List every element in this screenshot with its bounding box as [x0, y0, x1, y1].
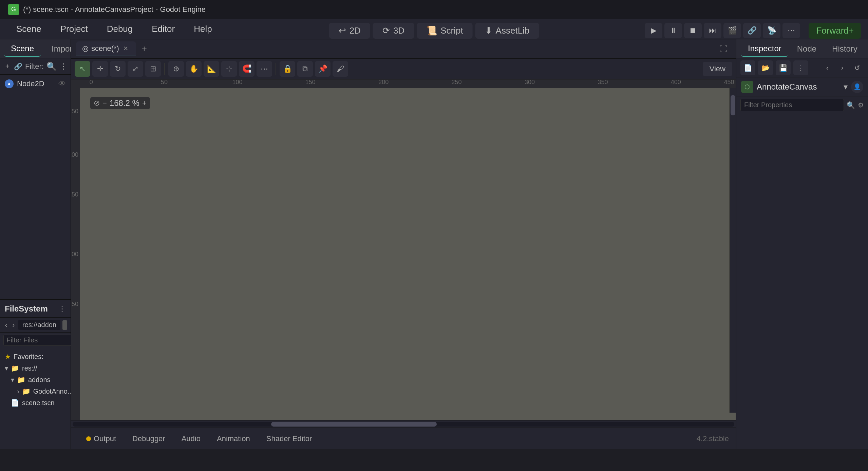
folder-icon-godotanno: 📁 [22, 387, 31, 395]
tab-debugger[interactable]: Debugger [124, 431, 173, 447]
snap-tool[interactable]: 🧲 [239, 61, 254, 77]
menu-editor[interactable]: Editor [142, 20, 184, 38]
tab-debugger-label: Debugger [132, 434, 165, 443]
btn-3d[interactable]: ⟳ 3D [373, 23, 414, 39]
menu-debug[interactable]: Debug [97, 20, 143, 38]
tab-inspector[interactable]: Inspector [741, 41, 788, 57]
step-button[interactable]: ⏭ [704, 23, 721, 38]
folder-icon-addons: 📁 [17, 376, 25, 384]
fs-item-res[interactable]: ▾ 📁 res:// [0, 362, 71, 374]
tab-history[interactable]: History [825, 41, 864, 56]
filesystem-header: FileSystem ⋮ [0, 300, 71, 318]
insp-next-btn[interactable]: › [835, 61, 849, 75]
insp-save-btn[interactable]: 💾 [776, 60, 791, 75]
insp-prev-btn[interactable]: ‹ [820, 61, 834, 75]
pan-tool[interactable]: ✋ [186, 61, 202, 77]
move-tool[interactable]: ✛ [92, 61, 108, 77]
paint-btn[interactable]: 🖌 [333, 61, 348, 77]
filesystem-tree: ★ Favorites: ▾ 📁 res:// ▾ 📁 addons › 📁 G… [0, 348, 71, 449]
visibility-icon[interactable]: 👁 [58, 79, 66, 88]
scene-link-btn[interactable]: 🔗 [14, 60, 22, 73]
pause-button[interactable]: ⏸ [664, 23, 682, 38]
ruler-tool[interactable]: 📐 [204, 61, 219, 77]
transform-tool[interactable]: ⊞ [145, 61, 161, 77]
add-tab-btn[interactable]: + [137, 42, 151, 56]
canvas-area[interactable]: ⊘ − 168.2 % + [80, 88, 736, 420]
zoom-in-btn[interactable]: + [142, 99, 147, 108]
insp-refresh-btn[interactable]: ↺ [850, 61, 864, 75]
scale-tool[interactable]: ⤢ [128, 61, 143, 77]
menu-scene[interactable]: Scene [7, 20, 51, 38]
tab-animation-label: Animation [217, 434, 250, 443]
filesystem-title: FileSystem [5, 304, 48, 314]
ruler-mark-50: 50 [161, 79, 168, 86]
horizontal-scrollbar[interactable] [71, 420, 736, 428]
scrollbar-thumb[interactable] [271, 422, 437, 427]
fs-item-addons[interactable]: ▾ 📁 addons [0, 374, 71, 385]
filter-options-icon[interactable]: ⚙ [858, 101, 864, 109]
tab-animation[interactable]: Animation [209, 431, 258, 447]
tab-scene[interactable]: Scene [4, 41, 41, 57]
inspector-content [736, 114, 868, 449]
group-btn[interactable]: ⧉ [297, 61, 313, 77]
scene-panel-header: Scene Import ⋮ [0, 39, 71, 58]
menu-project[interactable]: Project [51, 20, 97, 38]
filesystem-nav: ‹ › res://addon [0, 318, 71, 333]
play-button[interactable]: ▶ [645, 23, 662, 38]
fs-item-scene[interactable]: 📄 scene.tscn [0, 397, 71, 409]
pin-btn[interactable]: 📌 [315, 61, 331, 77]
viewport-canvas[interactable]: 0 50 100 150 200 250 300 350 400 450 50 … [71, 79, 736, 420]
side-ruler-250: 250 [71, 300, 78, 307]
lock-btn[interactable]: 🔒 [280, 61, 295, 77]
btn-2d[interactable]: ↩ 2D [329, 23, 370, 39]
filter-properties-input[interactable] [740, 99, 844, 111]
scene-add-btn[interactable]: + [3, 60, 11, 73]
insp-new-btn[interactable]: 📄 [740, 60, 755, 75]
zoom-out-btn[interactable]: − [102, 99, 107, 108]
fullscreen-btn[interactable]: ⛶ [716, 41, 731, 56]
assetlib-icon: ⬇ [485, 25, 492, 36]
btn-script[interactable]: 📜 Script [417, 23, 472, 39]
object-expand-btn[interactable]: ▾ [844, 82, 848, 92]
stop-button[interactable]: ⏹ [684, 23, 702, 38]
scene-more-btn[interactable]: ⋮ [59, 60, 67, 73]
ruler-mark-100: 100 [232, 79, 242, 86]
scene-tab-close[interactable]: ✕ [122, 44, 130, 53]
zoom-indicator-icon: ⊘ [94, 99, 100, 108]
fs-forward-btn[interactable]: › [11, 320, 16, 331]
select-tool[interactable]: ↖ [75, 61, 90, 77]
rotate-tool[interactable]: ↻ [110, 61, 126, 77]
btn-assetlib[interactable]: ⬇ AssetLib [475, 23, 539, 39]
fs-back-btn[interactable]: ‹ [3, 320, 9, 331]
filesystem-menu-btn[interactable]: ⋮ [58, 304, 66, 313]
scene-tab[interactable]: ◎ scene(*) ✕ [76, 41, 136, 56]
ruler-mark-200: 200 [378, 79, 389, 86]
ruler-mark-450: 450 [724, 79, 734, 86]
folder-icon-res: 📁 [11, 364, 19, 372]
more-tools-btn[interactable]: ⋯ [257, 61, 272, 77]
pivot-tool[interactable]: ⊕ [168, 61, 184, 77]
menu-help[interactable]: Help [184, 20, 221, 38]
grid-tool[interactable]: ⊹ [221, 61, 237, 77]
tab-output[interactable]: Output [78, 431, 124, 447]
inspector-panel: Inspector Node History ⋮ 📄 📂 💾 ⋮ ‹ › ↺ ⬡… [736, 39, 868, 449]
insp-more-btn[interactable]: ⋮ [793, 60, 808, 75]
vertical-scrollbar[interactable] [730, 88, 736, 413]
vertical-scrollbar-thumb[interactable] [731, 95, 735, 115]
inspector-filter: 🔍 ⚙ [736, 96, 868, 114]
tab-audio[interactable]: Audio [173, 431, 209, 447]
object-avatar-btn[interactable]: 👤 [851, 81, 863, 93]
movie-button[interactable]: 🎬 [723, 23, 741, 38]
inspector-menu-btn[interactable]: ⋮ [866, 43, 868, 55]
renderer-selector[interactable]: Forward+ [809, 20, 861, 41]
fs-item-godotanno[interactable]: › 📁 GodotAnno... [0, 385, 71, 397]
tab-node[interactable]: Node [790, 41, 823, 56]
ruler-top: 0 50 100 150 200 250 300 350 400 450 [71, 79, 736, 88]
tab-shader-editor[interactable]: Shader Editor [258, 431, 320, 447]
insp-open-btn[interactable]: 📂 [758, 60, 773, 75]
remote-scene-button[interactable]: 📡 [763, 23, 780, 38]
more-play-button[interactable]: ⋯ [782, 23, 800, 38]
remote-debug-button[interactable]: 🔗 [743, 23, 761, 38]
tree-item-node2d[interactable]: ● Node2D 👁 [0, 77, 71, 90]
view-button[interactable]: View [703, 62, 732, 76]
